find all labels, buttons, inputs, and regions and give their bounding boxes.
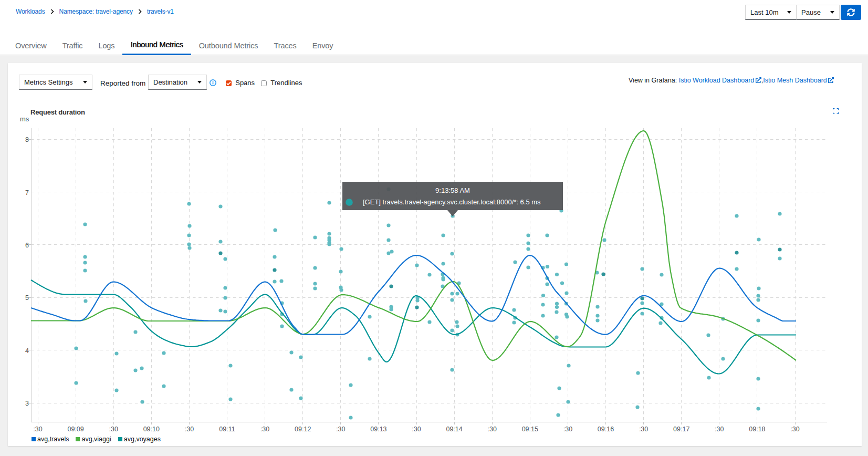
svg-text:7: 7 <box>25 189 29 196</box>
svg-text:09:16: 09:16 <box>598 426 614 433</box>
svg-text:4: 4 <box>25 347 29 355</box>
svg-text::30: :30 <box>563 426 572 433</box>
svg-text:09:12: 09:12 <box>295 426 311 433</box>
svg-text::30: :30 <box>790 426 799 433</box>
svg-text:09:10: 09:10 <box>143 426 160 433</box>
svg-text::30: :30 <box>639 426 648 433</box>
svg-text::30: :30 <box>109 426 118 433</box>
svg-text:09:11: 09:11 <box>219 426 235 433</box>
svg-text:09:09: 09:09 <box>67 426 83 433</box>
svg-text:09:14: 09:14 <box>446 426 462 433</box>
svg-text::30: :30 <box>488 426 497 433</box>
svg-text:09:17: 09:17 <box>673 426 689 433</box>
svg-text::30: :30 <box>412 426 421 433</box>
svg-text:8: 8 <box>25 136 29 143</box>
svg-text:5: 5 <box>25 294 29 302</box>
svg-text::30: :30 <box>336 426 345 433</box>
svg-text::30: :30 <box>260 426 269 433</box>
svg-text:09:18: 09:18 <box>749 426 765 433</box>
svg-text::30: :30 <box>185 426 194 433</box>
svg-text::30: :30 <box>715 426 724 433</box>
svg-text:09:13: 09:13 <box>370 426 386 433</box>
svg-text::30: :30 <box>33 426 42 433</box>
svg-text:3: 3 <box>25 400 29 407</box>
svg-text:6: 6 <box>25 242 29 249</box>
svg-text:09:15: 09:15 <box>522 426 538 433</box>
